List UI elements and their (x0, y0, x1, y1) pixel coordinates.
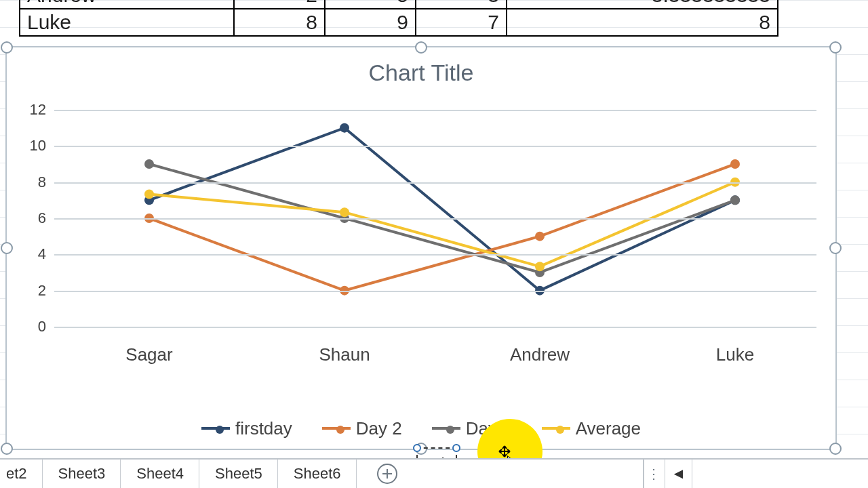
series-marker[interactable] (535, 262, 545, 271)
sheet-tab[interactable]: Sheet5 (199, 460, 278, 488)
cell-name[interactable]: Luke (20, 9, 234, 36)
table-row[interactable]: Luke 8 9 7 8 (20, 9, 778, 36)
tab-label: et2 (6, 465, 27, 483)
y-tick-label: 0 (24, 318, 46, 336)
tab-label: Sheet3 (58, 465, 106, 483)
y-tick-label: 10 (24, 137, 46, 155)
textbox-handle-icon[interactable] (452, 444, 460, 452)
tab-label: Sheet5 (215, 465, 262, 483)
resize-handle-icon[interactable] (1, 41, 13, 54)
resize-handle-icon[interactable] (1, 443, 13, 455)
sheet-tab-strip[interactable]: et2 Sheet3 Sheet4 Sheet5 Sheet6 ⋮ ◄ (0, 458, 868, 488)
cell-avg[interactable]: 3.333333333 (507, 0, 778, 9)
sheet-tab[interactable]: Sheet6 (278, 460, 357, 488)
y-tick-label: 6 (24, 209, 46, 227)
add-sheet-button[interactable] (370, 460, 404, 488)
data-table[interactable]: Andrew 2 5 3 3.333333333 Luke 8 9 7 8 (19, 0, 778, 37)
cell-val[interactable]: 9 (325, 9, 416, 36)
y-tick-label: 2 (24, 282, 46, 300)
gridline (54, 254, 816, 256)
sheet-tab[interactable]: et2 (0, 460, 43, 488)
horizontal-scroll[interactable]: ⋮ ◄ (643, 460, 868, 488)
gridline (54, 110, 816, 111)
x-tick-label: Andrew (510, 344, 570, 365)
series-marker[interactable] (730, 195, 740, 205)
resize-handle-icon[interactable] (1, 242, 13, 254)
legend-swatch-icon (432, 427, 460, 430)
gridline (54, 218, 816, 220)
chart-object[interactable]: Chart Title 024681012SagarShaunAndrewLuk… (5, 46, 837, 450)
x-tick-label: Sagar (125, 344, 172, 365)
tab-label: Sheet6 (294, 465, 341, 483)
legend-item[interactable]: firstday (201, 418, 292, 439)
y-tick-label: 8 (24, 174, 46, 191)
table-row[interactable]: Andrew 2 5 3 3.333333333 (20, 0, 778, 9)
legend-item[interactable]: Day 2 (322, 418, 402, 439)
series-marker[interactable] (144, 159, 154, 169)
cell-avg[interactable]: 8 (507, 9, 778, 36)
scroll-left-button[interactable]: ◄ (665, 460, 692, 488)
resize-handle-icon[interactable] (829, 242, 842, 254)
legend-swatch-icon (322, 427, 351, 430)
x-tick-label: Luke (716, 344, 754, 365)
cell-name[interactable]: Andrew (20, 0, 234, 9)
legend-label: Average (576, 418, 641, 439)
scroll-track[interactable] (692, 460, 868, 488)
tab-label: Sheet4 (136, 465, 184, 483)
gridline (54, 146, 816, 147)
cell-val[interactable]: 5 (325, 0, 416, 9)
legend-label: firstday (235, 418, 292, 439)
cell-val[interactable]: 8 (234, 9, 325, 36)
series-marker[interactable] (340, 123, 349, 133)
cell-val[interactable]: 3 (416, 0, 507, 9)
textbox-handle-icon[interactable] (413, 444, 421, 452)
series-marker[interactable] (144, 190, 154, 199)
plot-area[interactable]: 024681012SagarShaunAndrewLuke (24, 110, 816, 340)
resize-handle-icon[interactable] (829, 443, 842, 455)
series-marker[interactable] (730, 159, 740, 169)
plus-icon (377, 464, 397, 484)
x-tick-label: Shaun (319, 344, 370, 365)
cell-val[interactable]: 7 (416, 9, 507, 36)
chart-legend[interactable]: firstdayDay 2Day 3Average (7, 413, 835, 439)
gridline (54, 182, 816, 184)
sheet-tab[interactable]: Sheet3 (43, 460, 121, 488)
gridline (54, 327, 816, 328)
scroll-grip-icon[interactable]: ⋮ (644, 466, 665, 482)
series-marker[interactable] (340, 207, 349, 217)
resize-handle-icon[interactable] (829, 41, 842, 54)
legend-swatch-icon (542, 427, 570, 430)
y-tick-label: 12 (24, 101, 46, 119)
series-line[interactable] (149, 128, 735, 291)
legend-item[interactable]: Average (542, 418, 641, 439)
y-tick-label: 4 (24, 245, 46, 263)
cell-val[interactable]: 2 (234, 0, 325, 9)
series-marker[interactable] (535, 232, 545, 241)
legend-swatch-icon (201, 427, 230, 430)
resize-handle-icon[interactable] (415, 41, 427, 54)
legend-label: Day 2 (356, 418, 402, 439)
sheet-tab[interactable]: Sheet4 (121, 460, 199, 488)
tabstrip-spacer (404, 460, 643, 488)
gridline (54, 291, 816, 292)
